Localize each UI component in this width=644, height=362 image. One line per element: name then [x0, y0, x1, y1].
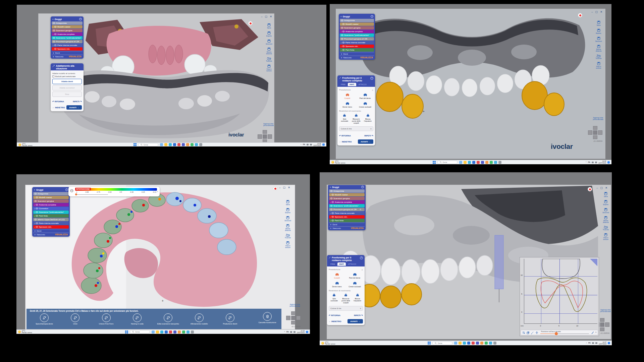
- sidebar-button[interactable]: Tru TruSmile: [265, 57, 273, 62]
- add-custom-view-link[interactable]: Aggiungi vista personalizzata: [592, 117, 604, 121]
- expand-arrow-icon[interactable]: ›: [330, 212, 331, 214]
- group-item[interactable]: › Antagonista: [329, 189, 365, 193]
- collapse-icon[interactable]: ∧: [52, 18, 54, 20]
- help-icon[interactable]: ?: [79, 18, 82, 20]
- app-green-icon[interactable]: [182, 330, 185, 334]
- sidebar-button[interactable]: Vista in sezione: [265, 64, 273, 72]
- explorer-icon[interactable]: [164, 143, 167, 146]
- freeform-tab[interactable]: ANAT.: [337, 262, 346, 266]
- avanti-button[interactable]: AVANTI →: [358, 139, 373, 144]
- preselection-button[interactable]: Creste occlusali: [357, 101, 373, 109]
- freeform-tab[interactable]: ATTACCO: [346, 262, 358, 266]
- group-item[interactable]: › Modelli master: [52, 25, 83, 28]
- group-item[interactable]: › Anatomia completa: [52, 33, 83, 36]
- app-red-icon[interactable]: [177, 143, 180, 146]
- start-button[interactable]: [125, 330, 128, 334]
- group-item[interactable]: › Scansioni gengiva: [52, 29, 83, 32]
- sidebar-button[interactable]: Mostra distanza: [265, 47, 273, 55]
- section-nascosto[interactable]: ∨Nascosto VISUALIZZA: [329, 226, 365, 230]
- settings-icon[interactable]: [199, 143, 202, 146]
- weather-widget[interactable]: 27°CParzial. sereno: [321, 342, 345, 345]
- ripeti-link[interactable]: RIPETI ↷: [364, 134, 373, 137]
- edge-icon[interactable]: [169, 143, 172, 146]
- visibility-eye-icon[interactable]: [330, 208, 333, 210]
- preselection-button[interactable]: Dente intero: [339, 101, 356, 109]
- restriction-button[interactable]: Blocca l'equatore: [362, 113, 373, 125]
- minimize-button[interactable]: –: [279, 186, 280, 189]
- teams-icon[interactable]: [476, 342, 479, 345]
- help-icon[interactable]: ?: [360, 256, 363, 259]
- settings-icon[interactable]: [498, 161, 501, 164]
- visibility-eye-icon[interactable]: [36, 215, 38, 217]
- toolbar-button[interactable]: Produzione dischi: [218, 313, 242, 325]
- expand-arrow-icon[interactable]: ›: [34, 211, 35, 213]
- widgets-icon[interactable]: [459, 161, 462, 164]
- notification-icon[interactable]: [322, 143, 325, 146]
- clock[interactable]: 14:1813/07/2023: [297, 330, 305, 334]
- expand-arrow-icon[interactable]: ›: [53, 44, 53, 46]
- chevron-down-icon[interactable]: ∨: [157, 190, 158, 192]
- slider-settings-icon[interactable]: [522, 331, 525, 334]
- visibility-eye-icon[interactable]: [34, 193, 37, 195]
- group-item[interactable]: › Parti finite: [33, 214, 69, 218]
- toolbar-button[interactable]: Nesting in coda: [125, 313, 149, 325]
- mail-icon[interactable]: [165, 330, 168, 334]
- language-indicator[interactable]: ITA: [303, 144, 305, 145]
- sidebar-button[interactable]: Salva: [265, 23, 273, 29]
- visibility-eye-icon[interactable]: [331, 212, 334, 214]
- widgets-icon[interactable]: [160, 143, 163, 146]
- expand-arrow-icon[interactable]: ›: [341, 42, 341, 44]
- start-button[interactable]: [433, 161, 436, 164]
- move-icon[interactable]: [535, 331, 538, 334]
- avanti-button[interactable]: AVANTI →: [66, 105, 82, 110]
- volume-icon[interactable]: [595, 162, 597, 163]
- visibility-eye-icon[interactable]: [54, 48, 57, 50]
- group-item[interactable]: › Spessore min.: [340, 45, 374, 48]
- group-item[interactable]: › Modelli master: [340, 22, 374, 26]
- explorer-icon[interactable]: [156, 330, 159, 334]
- expand-arrow-icon[interactable]: ›: [341, 23, 341, 25]
- group-item[interactable]: › Parte interna coronale: [52, 44, 83, 47]
- visibility-eye-icon[interactable]: [342, 23, 345, 25]
- visibility-eye-icon[interactable]: [331, 194, 334, 196]
- indietro-button[interactable]: ← INDIETRO: [339, 140, 352, 143]
- visibility-eye-icon[interactable]: [342, 45, 345, 47]
- visibility-eye-icon[interactable]: [36, 196, 38, 198]
- widgets-icon[interactable]: [152, 330, 155, 334]
- group-item[interactable]: › Antagonista: [52, 21, 83, 25]
- sidebar-button[interactable]: Tru TruSmile: [601, 226, 610, 231]
- expand-arrow-icon[interactable]: ›: [34, 196, 35, 198]
- edge-icon[interactable]: [463, 342, 466, 345]
- section-nascosto[interactable]: ∨Nascosto VISUALIZZA: [52, 55, 83, 58]
- pen-icon[interactable]: [531, 331, 534, 334]
- graph-plot-area[interactable]: [524, 259, 597, 324]
- sidebar-button[interactable]: Strumenti: [265, 39, 273, 45]
- visibility-eye-icon[interactable]: [330, 205, 333, 207]
- ritorna-link[interactable]: ↶ RITORNA: [52, 100, 64, 103]
- tray-chevron-icon[interactable]: ^: [586, 342, 587, 344]
- expand-arrow-icon[interactable]: ›: [330, 216, 331, 218]
- expand-arrow-icon[interactable]: ›: [34, 222, 35, 224]
- help-icon[interactable]: ?: [370, 77, 373, 80]
- restriction-button[interactable]: Solo occlusale: [329, 293, 340, 304]
- visibility-eye-icon[interactable]: [342, 42, 345, 44]
- maximize-button[interactable]: ▢: [265, 15, 268, 18]
- group-item[interactable]: › Scansione "prelimatura/situ": [340, 34, 374, 37]
- notification-icon[interactable]: [607, 161, 610, 164]
- section-nascosto[interactable]: ∨Nascosto VISUALIZZA: [33, 233, 69, 236]
- group-item[interactable]: › Scansione "prelimatura/situ": [329, 204, 365, 207]
- sidebar-button[interactable]: Mostra distanza: [283, 224, 292, 231]
- group-item[interactable]: › Scansioni gengiva: [340, 26, 374, 29]
- edge-icon[interactable]: [160, 330, 163, 334]
- graph-corner-fold[interactable]: [590, 259, 597, 266]
- adapt-action-button[interactable]: Adatta connettori: [52, 85, 82, 90]
- toolbar-button[interactable]: Unione Free Form: [95, 313, 118, 325]
- sidebar-button[interactable]: Tru TruSmile: [283, 234, 292, 239]
- close-button[interactable]: ✕: [288, 186, 290, 189]
- sidebar-button[interactable]: Salva: [283, 200, 292, 205]
- expand-arrow-icon[interactable]: ›: [341, 49, 341, 51]
- expand-arrow-icon[interactable]: ›: [53, 33, 53, 35]
- minimize-button[interactable]: –: [261, 15, 262, 18]
- network-icon[interactable]: [592, 342, 594, 344]
- section-nascosto[interactable]: ∨Nascosto VISUALIZZA: [340, 56, 374, 59]
